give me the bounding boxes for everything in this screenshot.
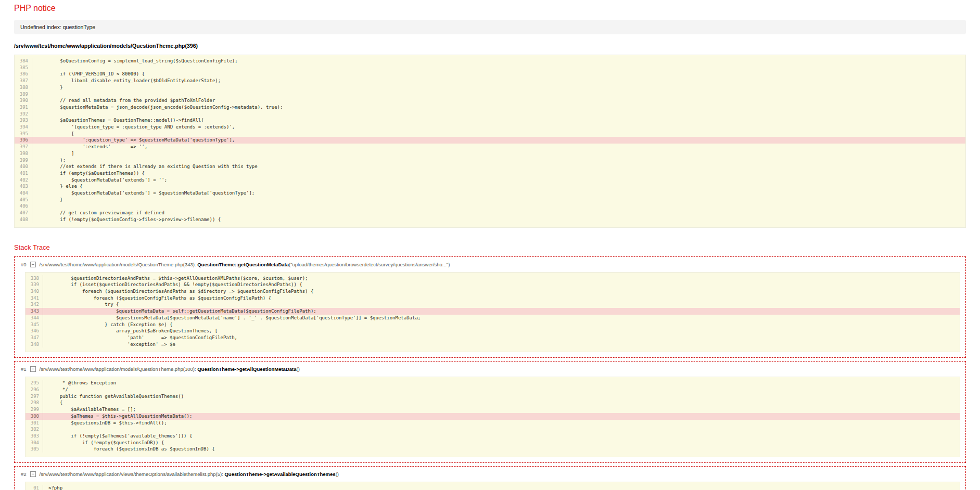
line-number: 397 [15, 144, 32, 150]
code-line: 405 } [15, 197, 965, 203]
line-number: 295 [26, 380, 43, 386]
collapse-toggle-icon[interactable]: − [30, 262, 36, 267]
code-text: $questionsMetaData[$questionMetaData['na… [43, 315, 421, 321]
line-number: 396 [15, 137, 32, 144]
frame-args: () [336, 471, 339, 477]
line-number: 394 [15, 124, 32, 131]
code-line: 389 [15, 91, 965, 98]
line-number: 395 [15, 131, 32, 137]
code-text: if (empty($aQuestionThemes)) { [32, 170, 145, 177]
line-number: 393 [15, 117, 32, 124]
code-line: 296 */ [26, 386, 960, 393]
highlighted-code-line: 396 ':question_type' => $questionMetaDat… [15, 137, 965, 144]
frame-line-number: (5): [216, 471, 225, 477]
code-line: 395 [ [15, 131, 965, 137]
code-text: if (\PHP_VERSION_ID < 80000) { [32, 71, 145, 78]
frame-location: /srv/www/test/home/www/application/views… [40, 471, 339, 477]
code-line: 401 if (empty($aQuestionThemes)) { [15, 170, 965, 177]
error-message: Undefined index: questionType [14, 20, 966, 34]
stack-frame-header: #1−/srv/www/test/home/www/application/mo… [21, 366, 960, 372]
code-text: ':question_type' => $questionMetaData['q… [32, 137, 235, 144]
code-text: try { [43, 301, 119, 308]
code-text: $questionMetaData['extends'] = $question… [32, 190, 254, 197]
code-line: 388 } [15, 84, 965, 91]
code-line: 402 $questionMetaData['extends'] = ''; [15, 177, 965, 184]
code-line: 403 } else { [15, 183, 965, 190]
line-number: 300 [26, 413, 43, 420]
highlighted-code-line: 343 $questionMetaData = self::getQuestio… [26, 308, 960, 315]
frame-location: /srv/www/test/home/www/application/model… [40, 366, 300, 372]
stack-frame-header: #2−/srv/www/test/home/www/application/vi… [21, 471, 960, 477]
code-text: } catch (Exception $e) { [43, 321, 172, 328]
code-line: 338 $questionDirectoriesAndPaths = $this… [26, 275, 960, 282]
frame-file-path: /srv/www/test/home/www/application/model… [40, 262, 183, 267]
line-number: 305 [26, 446, 43, 453]
line-number: 388 [15, 84, 32, 91]
code-text: $questionMetaData = json_decode(json_enc… [32, 104, 283, 111]
code-line: 01<?php [26, 485, 960, 490]
line-number: 302 [26, 426, 43, 433]
line-number: 298 [26, 399, 43, 406]
line-number: 404 [15, 190, 32, 197]
line-number: 386 [15, 71, 32, 78]
line-number: 399 [15, 157, 32, 164]
code-line: 386 if (\PHP_VERSION_ID < 80000) { [15, 71, 965, 78]
code-text: $oQuestionConfig = simplexml_load_string… [32, 58, 238, 65]
line-number: 407 [15, 210, 32, 216]
line-number: 301 [26, 420, 43, 427]
code-text [32, 111, 37, 118]
stack-code-block: 295 * @throws Exception296 */297 public … [25, 377, 960, 457]
frame-line-number: (300): [183, 366, 197, 372]
code-text: ':extends' => '', [32, 144, 147, 150]
code-text: 'exception' => $e [43, 341, 175, 348]
collapse-toggle-icon[interactable]: − [30, 366, 36, 372]
stack-code-block: 338 $questionDirectoriesAndPaths = $this… [25, 272, 960, 353]
frame-method: QuestionTheme::getQuestionMetaData [197, 262, 289, 267]
line-number: 344 [26, 315, 43, 321]
line-number: 390 [15, 97, 32, 104]
code-text: if (!empty($oQuestionConfig->files->prev… [32, 216, 221, 223]
code-line: 297 public function getAvailableQuestion… [26, 393, 960, 400]
code-line: 304 if (!empty($questionsInDB)) { [26, 440, 960, 446]
source-file-path: /srv/www/test/home/www/application/model… [14, 43, 966, 49]
line-number: 346 [26, 328, 43, 334]
code-text: // read all metadata from the provided $… [32, 97, 215, 104]
frame-args: () [297, 366, 300, 372]
line-number: 401 [15, 170, 32, 177]
code-text: */ [43, 386, 68, 393]
line-number: 405 [15, 197, 32, 203]
stack-frame: #2−/srv/www/test/home/www/application/vi… [14, 466, 966, 490]
code-line: 392 [15, 111, 965, 118]
frame-method: QuestionTheme->getAllQuestionMetaData [197, 366, 296, 372]
code-line: 387 libxml_disable_entity_loader($bOldEn… [15, 78, 965, 84]
page-title: PHP notice [14, 4, 966, 13]
stack-frame: #0−/srv/www/test/home/www/application/mo… [14, 256, 966, 358]
code-text: } else { [32, 183, 83, 190]
code-line: 394 '(question_type = :question_type AND… [15, 124, 965, 131]
code-line: 393 $aQuestionThemes = QuestionTheme::mo… [15, 117, 965, 124]
code-text: ); [32, 157, 66, 164]
collapse-toggle-icon[interactable]: − [30, 471, 36, 477]
code-text: <?php [43, 485, 62, 490]
line-number: 01 [26, 485, 43, 490]
code-line: 301 $questionsInDB = $this->findAll(); [26, 420, 960, 427]
code-line: 341 foreach ($questionConfigFilePaths as… [26, 295, 960, 302]
code-line: 384 $oQuestionConfig = simplexml_load_st… [15, 58, 965, 65]
line-number: 303 [26, 433, 43, 440]
code-text: $questionsInDB = $this->findAll(); [43, 420, 167, 427]
code-line: 404 $questionMetaData['extends'] = $ques… [15, 190, 965, 197]
code-line: 303 if (!empty($aThemes['available_theme… [26, 433, 960, 440]
line-number: 408 [15, 216, 32, 223]
code-text: $aThemes = $this->getAllQuestionMetaData… [43, 413, 192, 420]
code-text: foreach ($questionDirectoriesAndPaths as… [43, 288, 313, 295]
line-number: 296 [26, 386, 43, 393]
code-line: 407 // get custom previewimage if define… [15, 210, 965, 216]
line-number: 391 [15, 104, 32, 111]
line-number: 400 [15, 163, 32, 170]
line-number: 304 [26, 440, 43, 446]
code-line: 385 [15, 65, 965, 71]
code-text: foreach ($questionsInDB as $questionInDB… [43, 446, 215, 453]
code-text [32, 91, 37, 98]
code-text: } [32, 197, 63, 203]
code-text [32, 203, 37, 210]
